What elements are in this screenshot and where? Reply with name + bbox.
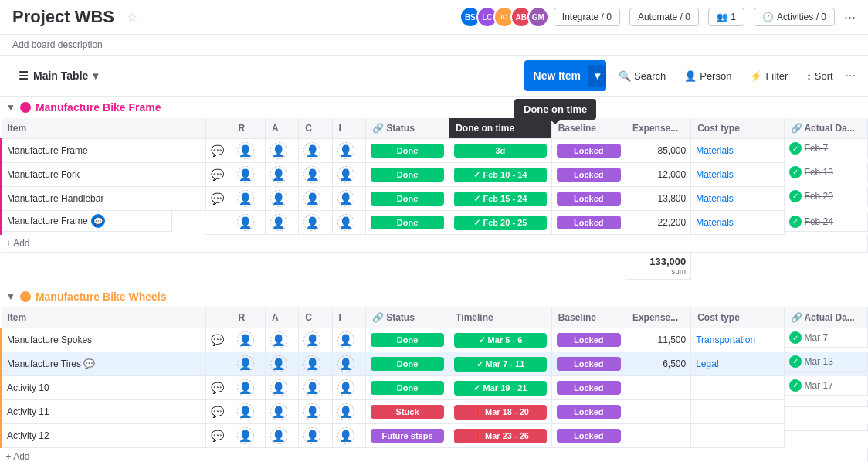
- baseline-cell[interactable]: Locked: [551, 352, 626, 376]
- i-person-icon[interactable]: 👤: [337, 379, 354, 396]
- message-icon[interactable]: 💬: [211, 168, 224, 181]
- baseline-cell[interactable]: Locked: [551, 187, 626, 211]
- r-cell[interactable]: 👤: [232, 187, 265, 211]
- c-cell[interactable]: 👤: [299, 163, 332, 187]
- add-row[interactable]: + Add: [2, 448, 868, 463]
- c-person-icon[interactable]: 👤: [303, 190, 320, 207]
- costtype-link[interactable]: Materials: [696, 193, 734, 204]
- r-person-icon[interactable]: 👤: [237, 379, 254, 396]
- c-person-icon[interactable]: 👤: [303, 142, 320, 159]
- group1-toggle[interactable]: ▼: [6, 102, 15, 113]
- c-cell[interactable]: 👤: [299, 187, 332, 211]
- col-timeline-header[interactable]: Done on time: [449, 118, 551, 139]
- status-cell[interactable]: Done: [365, 376, 449, 400]
- c-cell[interactable]: 👤: [299, 211, 332, 235]
- filter-button[interactable]: ⚡ Filter: [744, 67, 794, 85]
- a-person-icon[interactable]: 👤: [270, 403, 287, 420]
- baseline-cell[interactable]: Locked: [551, 139, 626, 163]
- a-person-icon[interactable]: 👤: [270, 214, 287, 231]
- r-person-icon[interactable]: 👤: [237, 214, 254, 231]
- message-icon[interactable]: 💬: [211, 334, 224, 346]
- costtype-link[interactable]: Legal: [696, 358, 718, 369]
- new-item-button[interactable]: New Item ▾: [524, 60, 606, 91]
- a-cell[interactable]: 👤: [265, 163, 298, 187]
- i-cell[interactable]: 👤: [332, 424, 365, 448]
- more-options-icon[interactable]: ···: [844, 9, 856, 25]
- baseline-cell[interactable]: Locked: [551, 400, 626, 424]
- i-person-icon[interactable]: 👤: [337, 214, 354, 231]
- r-person-icon[interactable]: 👤: [237, 166, 254, 183]
- i-person-icon[interactable]: 👤: [337, 142, 354, 159]
- r-person-icon[interactable]: 👤: [237, 403, 254, 420]
- timeline-cell[interactable]: ✓ Feb 15 - 24: [449, 187, 551, 211]
- i-person-icon[interactable]: 👤: [337, 190, 354, 207]
- avatar-gm[interactable]: GM: [527, 6, 549, 28]
- table-more-icon[interactable]: ···: [846, 69, 856, 83]
- r-person-icon[interactable]: 👤: [237, 142, 254, 159]
- msg-cell[interactable]: 💬: [205, 376, 232, 400]
- msg-cell[interactable]: [205, 211, 232, 235]
- a-person-icon[interactable]: 👤: [270, 427, 287, 444]
- r-cell[interactable]: 👤: [232, 400, 265, 424]
- i-cell[interactable]: 👤: [332, 328, 365, 352]
- i-person-icon[interactable]: 👤: [337, 331, 354, 348]
- main-table-button[interactable]: ☰ Main Table ▾: [12, 66, 104, 85]
- add-row[interactable]: + Add: [2, 235, 868, 253]
- baseline-cell[interactable]: Locked: [551, 163, 626, 187]
- msg-cell[interactable]: 💬: [205, 424, 232, 448]
- r-cell[interactable]: 👤: [232, 328, 265, 352]
- timeline-cell[interactable]: ❗ Mar 18 - 20: [449, 400, 551, 424]
- i-cell[interactable]: 👤: [332, 211, 365, 235]
- add-description[interactable]: Add board description: [12, 39, 103, 50]
- i-person-icon[interactable]: 👤: [337, 427, 354, 444]
- c-cell[interactable]: 👤: [299, 139, 332, 163]
- msg-cell[interactable]: 💬: [205, 163, 232, 187]
- a-cell[interactable]: 👤: [265, 352, 298, 376]
- r-person-icon[interactable]: 👤: [237, 427, 254, 444]
- search-button[interactable]: 🔍 Search: [612, 67, 672, 85]
- status-cell[interactable]: Done: [365, 187, 449, 211]
- a-person-icon[interactable]: 👤: [270, 190, 287, 207]
- activities-button[interactable]: 🕐 Activities / 0: [754, 8, 835, 26]
- baseline-cell[interactable]: Locked: [551, 211, 626, 235]
- r-person-icon[interactable]: 👤: [237, 355, 254, 372]
- add-label[interactable]: + Add: [2, 448, 868, 463]
- c-person-icon[interactable]: 👤: [303, 427, 320, 444]
- r-cell[interactable]: 👤: [232, 211, 265, 235]
- group1-header[interactable]: ▼ Manufacture Bike Frame: [0, 97, 868, 118]
- a-cell[interactable]: 👤: [265, 328, 298, 352]
- msg-cell[interactable]: 💬: [205, 400, 232, 424]
- c-cell[interactable]: 👤: [299, 352, 332, 376]
- timeline-cell[interactable]: ✓ Mar 5 - 6: [449, 328, 551, 352]
- message-icon[interactable]: 💬: [211, 406, 224, 418]
- members-button[interactable]: 👥 1: [708, 8, 744, 26]
- a-person-icon[interactable]: 👤: [270, 166, 287, 183]
- costtype-cell[interactable]: [691, 376, 784, 400]
- costtype-cell[interactable]: Materials: [691, 163, 784, 187]
- c-person-icon[interactable]: 👤: [303, 166, 320, 183]
- group2-header[interactable]: ▼ Manufacture Bike Wheels: [0, 286, 868, 307]
- costtype-link[interactable]: Materials: [696, 145, 734, 156]
- c-cell[interactable]: 👤: [299, 424, 332, 448]
- r-person-icon[interactable]: 👤: [237, 190, 254, 207]
- person-button[interactable]: 👤 Person: [678, 67, 737, 85]
- i-person-icon[interactable]: 👤: [337, 166, 354, 183]
- costtype-link[interactable]: Materials: [696, 217, 734, 228]
- a-cell[interactable]: 👤: [265, 139, 298, 163]
- status-cell[interactable]: Future steps: [365, 424, 449, 448]
- message-icon[interactable]: 💬: [211, 144, 224, 157]
- star-icon[interactable]: ☆: [127, 10, 137, 25]
- costtype-cell[interactable]: Transportation: [691, 328, 784, 352]
- c-person-icon[interactable]: 👤: [303, 214, 320, 231]
- timeline-cell[interactable]: ✓ Feb 10 - 14: [449, 163, 551, 187]
- automate-button[interactable]: Automate / 0: [629, 8, 699, 26]
- costtype-cell[interactable]: Materials: [691, 211, 784, 235]
- message-icon[interactable]: 💬: [211, 382, 224, 394]
- baseline-cell[interactable]: Locked: [551, 424, 626, 448]
- a-person-icon[interactable]: 👤: [270, 331, 287, 348]
- i-cell[interactable]: 👤: [332, 139, 365, 163]
- message-icon[interactable]: 💬: [211, 430, 224, 442]
- status-cell[interactable]: Done: [365, 211, 449, 235]
- a-person-icon[interactable]: 👤: [270, 142, 287, 159]
- i-person-icon[interactable]: 👤: [337, 355, 354, 372]
